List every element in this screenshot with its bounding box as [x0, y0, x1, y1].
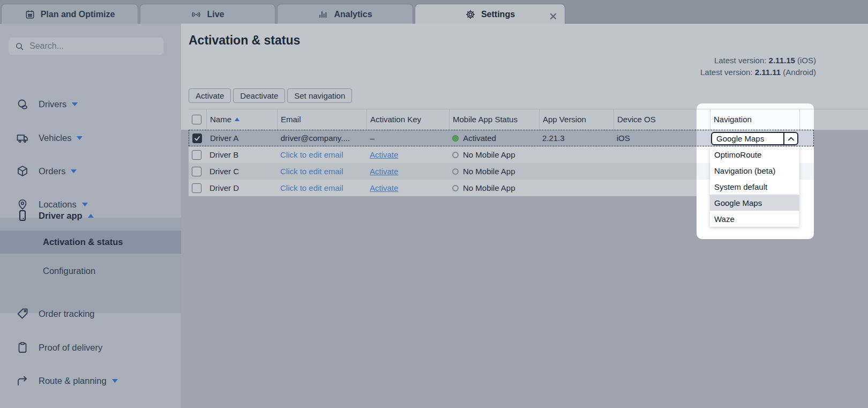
row-checkbox[interactable]: [192, 150, 201, 160]
column-header-name[interactable]: Name: [206, 109, 277, 130]
sidebar-item-order-tracking[interactable]: Order tracking: [0, 302, 181, 325]
package-box-icon: [16, 165, 30, 177]
cell-mobile-app-status: No Mobile App: [449, 180, 539, 196]
navigation-select[interactable]: Google Maps: [711, 132, 798, 145]
sidebar-item-orders[interactable]: Orders: [0, 159, 181, 183]
tab-live[interactable]: Live: [140, 4, 275, 24]
sidebar-item-label: Vehicles: [39, 133, 71, 143]
row-checkbox[interactable]: [192, 133, 202, 143]
calendar-icon: [25, 9, 35, 20]
sidebar-item-drivers[interactable]: Drivers: [0, 92, 181, 116]
route-arrow-icon: [16, 374, 30, 387]
edit-email-link[interactable]: Click to edit email: [280, 167, 343, 176]
cell-mobile-app-status: No Mobile App: [449, 146, 539, 163]
dropdown-option-google-maps[interactable]: Google Maps: [710, 195, 799, 211]
cell-email: Click to edit email: [277, 163, 366, 180]
column-header-email[interactable]: Email: [277, 109, 366, 130]
set-navigation-button[interactable]: Set navigation: [287, 88, 352, 103]
column-header-device-os[interactable]: Device OS: [613, 109, 710, 130]
cell-name: Driver A: [207, 130, 278, 146]
sidebar-item-driver-app[interactable]: Driver app: [0, 204, 181, 227]
dropdown-option-system-default[interactable]: System default: [710, 179, 799, 195]
cell-activation-key: –: [366, 130, 449, 146]
activate-button[interactable]: Activate: [189, 88, 231, 103]
cell-name: Driver C: [206, 163, 277, 180]
truck-icon: [16, 131, 30, 144]
cell-email: Click to edit email: [277, 146, 366, 163]
tab-settings[interactable]: Settings: [415, 4, 565, 24]
sidebar-item-label: Proof of delivery: [39, 343, 102, 353]
tab-label: Analytics: [334, 10, 372, 19]
column-header-navigation[interactable]: Navigation: [710, 109, 799, 130]
cell-name: Driver B: [206, 146, 277, 163]
dropdown-option-waze[interactable]: Waze: [710, 211, 799, 227]
sort-ascending-icon: [235, 117, 240, 121]
sidebar-item-label: Configuration: [43, 266, 95, 276]
chevron-up-icon: [783, 133, 797, 144]
tab-analytics[interactable]: Analytics: [277, 4, 413, 24]
tab-plan-and-optimize[interactable]: Plan and Optimize: [1, 4, 138, 24]
smartphone-icon: [16, 209, 30, 222]
cell-mobile-app-status: Activated: [449, 130, 539, 146]
search-box[interactable]: [9, 38, 163, 55]
sidebar-item-label: Drivers: [39, 99, 66, 109]
live-broadcast-icon: [191, 9, 201, 20]
status-none-dot: [452, 185, 459, 191]
clipboard-icon: [16, 341, 30, 354]
search-input[interactable]: [29, 41, 147, 51]
search-icon: [15, 42, 24, 51]
cell-device-os: iOS: [613, 130, 710, 146]
sidebar-item-proof-of-delivery[interactable]: Proof of delivery: [0, 336, 181, 359]
dropdown-option-optimoroute[interactable]: OptimoRoute: [710, 146, 799, 162]
activate-link[interactable]: Activate: [370, 167, 398, 176]
latest-version-info: Latest version: 2.11.15 (iOS) Latest ver…: [700, 55, 816, 78]
dropdown-option-navigation-beta[interactable]: Navigation (beta): [710, 162, 799, 179]
cell-email: driver@company....: [278, 130, 367, 146]
row-checkbox[interactable]: [192, 167, 201, 176]
edit-email-link[interactable]: Click to edit email: [280, 183, 343, 192]
chevron-down-icon: [77, 136, 83, 140]
cell-activation-key: Activate: [366, 180, 449, 196]
tab-label: Settings: [481, 10, 515, 19]
analytics-bars-icon: [318, 9, 328, 20]
sidebar-item-route-planning[interactable]: Route & planning: [0, 369, 181, 392]
latest-version-android: Latest version: 2.11.11 (Android): [700, 66, 816, 78]
sidebar-item-label: Route & planning: [39, 376, 107, 386]
column-header-activation-key[interactable]: Activation Key: [366, 109, 449, 130]
chevron-down-icon: [71, 169, 77, 174]
column-header-mobile-app-status[interactable]: Mobile App Status: [449, 109, 539, 130]
navigation-select-value: Google Maps: [712, 134, 764, 143]
deactivate-button[interactable]: Deactivate: [233, 88, 285, 103]
tab-label: Plan and Optimize: [41, 10, 115, 19]
table-toolbar: Activate Deactivate Set navigation: [189, 88, 352, 103]
table-header-row: Name Email Activation Key Mobile App Sta…: [189, 109, 814, 130]
edit-email-link[interactable]: Click to edit email: [280, 150, 343, 159]
sidebar-item-label: Driver app: [39, 211, 83, 221]
tag-icon: [16, 307, 30, 320]
chevron-down-icon: [112, 379, 118, 383]
chevron-down-icon: [72, 102, 78, 107]
chevron-up-icon: [88, 213, 94, 218]
cell-mobile-app-status: No Mobile App: [449, 163, 539, 180]
row-checkbox[interactable]: [192, 183, 201, 193]
status-activated-dot: [452, 135, 459, 142]
sidebar-item-activation-status[interactable]: Activation & status: [0, 231, 181, 254]
status-none-dot: [452, 168, 459, 175]
tab-label: Live: [207, 10, 224, 19]
navigation-dropdown-list: OptimoRoute Navigation (beta) System def…: [710, 146, 799, 227]
sidebar-item-vehicles[interactable]: Vehicles: [0, 126, 181, 150]
close-tab-icon[interactable]: [548, 11, 558, 21]
cell-app-version: 2.21.3: [539, 130, 613, 146]
sidebar-item-configuration[interactable]: Configuration: [0, 259, 181, 283]
driver-cap-icon: [16, 98, 30, 110]
status-none-dot: [452, 152, 459, 158]
select-all-checkbox[interactable]: [192, 115, 201, 124]
column-header-filler: [799, 109, 814, 130]
column-header-app-version[interactable]: App Version: [539, 109, 613, 130]
latest-version-ios: Latest version: 2.11.15 (iOS): [700, 55, 816, 66]
activate-link[interactable]: Activate: [370, 150, 398, 159]
sidebar-item-label: Order tracking: [39, 309, 95, 319]
cell-email: Click to edit email: [277, 180, 366, 196]
page-title: Activation & status: [189, 33, 300, 48]
activate-link[interactable]: Activate: [370, 183, 398, 192]
